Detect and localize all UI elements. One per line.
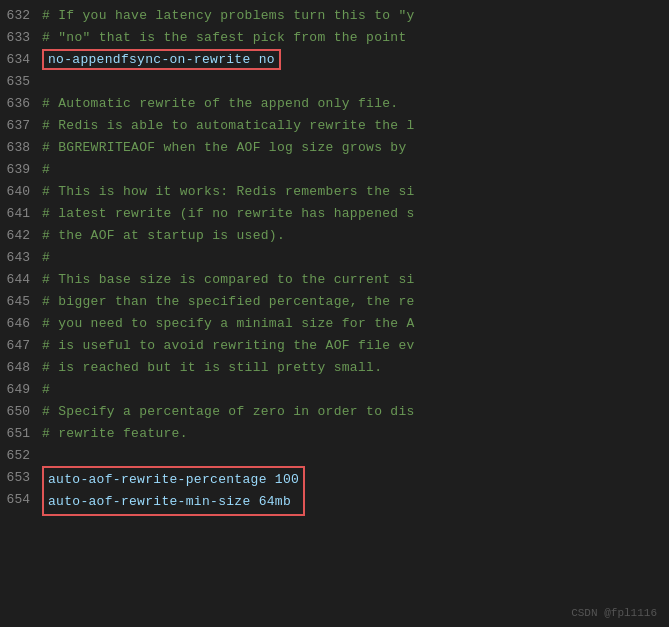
line-num-654: 654 xyxy=(0,492,42,507)
code-line-639: 639 # xyxy=(0,158,669,180)
line-num-641: 641 xyxy=(0,206,42,221)
line-content-640: # This is how it works: Redis remembers … xyxy=(42,184,415,199)
line-num-636: 636 xyxy=(0,96,42,111)
line-num-652: 652 xyxy=(0,448,42,463)
code-line-637: 637 # Redis is able to automatically rew… xyxy=(0,114,669,136)
line-num-642: 642 xyxy=(0,228,42,243)
code-line-635: 635 xyxy=(0,70,669,92)
line-content-645: # bigger than the specified percentage, … xyxy=(42,294,415,309)
code-line-645: 645 # bigger than the specified percenta… xyxy=(0,290,669,312)
line-content-642: # the AOF at startup is used). xyxy=(42,228,285,243)
code-line-650: 650 # Specify a percentage of zero in or… xyxy=(0,400,669,422)
line-content-646: # you need to specify a minimal size for… xyxy=(42,316,415,331)
code-line-632: 632 # If you have latency problems turn … xyxy=(0,4,669,26)
line-num-650: 650 xyxy=(0,404,42,419)
line-num-640: 640 xyxy=(0,184,42,199)
line-num-649: 649 xyxy=(0,382,42,397)
code-line-640: 640 # This is how it works: Redis rememb… xyxy=(0,180,669,202)
line-num-639: 639 xyxy=(0,162,42,177)
line-num-632: 632 xyxy=(0,8,42,23)
line-num-634: 634 xyxy=(0,52,42,67)
code-line-648: 648 # is reached but it is still pretty … xyxy=(0,356,669,378)
line-content-651: # rewrite feature. xyxy=(42,426,188,441)
line-content-641: # latest rewrite (if no rewrite has happ… xyxy=(42,206,415,221)
code-line-654-num: 654 xyxy=(0,488,42,510)
line-content-648: # is reached but it is still pretty smal… xyxy=(42,360,382,375)
line-content-653: auto-aof-rewrite-percentage 100 xyxy=(48,469,299,491)
line-content-634: no-appendfsync-on-rewrite no xyxy=(42,49,281,70)
line-num-645: 645 xyxy=(0,294,42,309)
line-content-652 xyxy=(42,448,50,463)
code-line-642: 642 # the AOF at startup is used). xyxy=(0,224,669,246)
code-lines-653-654: 653 654 auto-aof-rewrite-percentage 100 … xyxy=(0,466,669,516)
code-line-649: 649 # xyxy=(0,378,669,400)
line-num-643: 643 xyxy=(0,250,42,265)
code-line-643: 643 # xyxy=(0,246,669,268)
line-num-644: 644 xyxy=(0,272,42,287)
line-content-635 xyxy=(42,74,50,89)
code-line-638: 638 # BGREWRITEAOF when the AOF log size… xyxy=(0,136,669,158)
code-line-653-num: 653 xyxy=(0,466,42,488)
code-line-647: 647 # is useful to avoid rewriting the A… xyxy=(0,334,669,356)
line-content-643: # xyxy=(42,250,50,265)
line-num-638: 638 xyxy=(0,140,42,155)
line-content-632: # If you have latency problems turn this… xyxy=(42,8,415,23)
code-line-633: 633 # "no" that is the safest pick from … xyxy=(0,26,669,48)
line-content-638: # BGREWRITEAOF when the AOF log size gro… xyxy=(42,140,407,155)
line-num-651: 651 xyxy=(0,426,42,441)
code-line-652: 652 xyxy=(0,444,669,466)
highlight-634: no-appendfsync-on-rewrite no xyxy=(42,49,281,70)
line-content-636: # Automatic rewrite of the append only f… xyxy=(42,96,398,111)
line-content-647: # is useful to avoid rewriting the AOF f… xyxy=(42,338,415,353)
line-content-654: auto-aof-rewrite-min-size 64mb xyxy=(48,491,299,513)
line-num-647: 647 xyxy=(0,338,42,353)
code-line-634: 634 no-appendfsync-on-rewrite no xyxy=(0,48,669,70)
code-line-641: 641 # latest rewrite (if no rewrite has … xyxy=(0,202,669,224)
code-line-651: 651 # rewrite feature. xyxy=(0,422,669,444)
code-line-644: 644 # This base size is compared to the … xyxy=(0,268,669,290)
line-content-644: # This base size is compared to the curr… xyxy=(42,272,415,287)
watermark: CSDN @fpl1116 xyxy=(571,607,657,619)
line-content-637: # Redis is able to automatically rewrite… xyxy=(42,118,415,133)
highlight-653-654: auto-aof-rewrite-percentage 100 auto-aof… xyxy=(42,466,305,516)
line-num-648: 648 xyxy=(0,360,42,375)
line-num-646: 646 xyxy=(0,316,42,331)
line-content-650: # Specify a percentage of zero in order … xyxy=(42,404,415,419)
line-content-639: # xyxy=(42,162,50,177)
code-line-636: 636 # Automatic rewrite of the append on… xyxy=(0,92,669,114)
line-num-653: 653 xyxy=(0,470,42,485)
line-num-637: 637 xyxy=(0,118,42,133)
code-editor: 632 # If you have latency problems turn … xyxy=(0,0,669,627)
line-num-635: 635 xyxy=(0,74,42,89)
line-content-649: # xyxy=(42,382,50,397)
line-num-633: 633 xyxy=(0,30,42,45)
line-content-633: # "no" that is the safest pick from the … xyxy=(42,30,407,45)
code-line-646: 646 # you need to specify a minimal size… xyxy=(0,312,669,334)
